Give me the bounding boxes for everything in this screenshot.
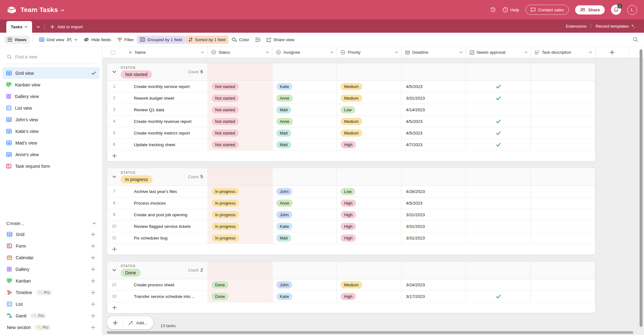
- column-header-needs-approval[interactable]: Needs approval: [466, 47, 531, 58]
- cell-needs-approval[interactable]: [466, 291, 531, 302]
- cell-needs-approval[interactable]: [466, 209, 531, 220]
- add-with-ai-button[interactable]: Add...: [123, 320, 153, 326]
- cell-task-description[interactable]: [531, 221, 595, 232]
- cell-task-description[interactable]: [531, 116, 595, 127]
- create-section-header[interactable]: Create...: [6, 221, 96, 226]
- cell-deadline[interactable]: 3/31/2023: [402, 209, 466, 220]
- plus-icon[interactable]: [91, 302, 95, 306]
- add-record-pill[interactable]: Add...: [107, 316, 153, 329]
- table-row[interactable]: 3Review Q1 dataNot startedMattLow4/14/20…: [107, 104, 595, 116]
- cell-needs-approval[interactable]: [466, 279, 531, 290]
- table-row[interactable]: 1Create monthly service reportNot starte…: [107, 81, 595, 92]
- add-record-button[interactable]: [107, 316, 123, 329]
- cell-task-description[interactable]: [531, 232, 595, 244]
- chevron-down-icon[interactable]: [330, 51, 333, 53]
- filter-button[interactable]: Filter: [114, 36, 137, 44]
- extensions-button[interactable]: Extensions: [566, 24, 586, 29]
- cell-priority[interactable]: Medium: [337, 81, 402, 92]
- horizontal-scrollbar[interactable]: [107, 331, 633, 334]
- color-button[interactable]: Color: [229, 36, 252, 44]
- cell-needs-approval[interactable]: [466, 232, 531, 244]
- cell-name[interactable]: 2Rework budget sheet: [107, 92, 208, 104]
- grid-view-switcher[interactable]: Grid view: [36, 36, 80, 44]
- airtable-logo-icon[interactable]: [8, 6, 16, 14]
- table-row[interactable]: 2Rework budget sheetNot startedAnneMediu…: [107, 92, 595, 104]
- cell-task-description[interactable]: [531, 139, 595, 150]
- cell-status[interactable]: Not started: [208, 104, 273, 115]
- plus-icon[interactable]: [91, 290, 95, 295]
- cell-name[interactable]: 5Create monthly metrics report: [107, 127, 208, 139]
- sidebar-view-task-request-form[interactable]: Task request form: [3, 160, 100, 172]
- cell-task-description[interactable]: [531, 92, 595, 104]
- sidebar-view-john-s-view[interactable]: John's view: [3, 114, 100, 125]
- cell-deadline[interactable]: 3/24/2023: [402, 279, 466, 290]
- cell-needs-approval[interactable]: [466, 127, 531, 139]
- add-or-import-button[interactable]: Add or import: [47, 21, 86, 33]
- history-icon[interactable]: [490, 7, 496, 13]
- column-header-task-description[interactable]: ATask description: [531, 47, 596, 58]
- cell-task-description[interactable]: [531, 104, 595, 115]
- cell-status[interactable]: Not started: [208, 116, 273, 127]
- cell-deadline[interactable]: 4/5/2023: [402, 197, 466, 209]
- sidebar-view-list-view[interactable]: List view: [3, 102, 100, 114]
- row-height-button[interactable]: [252, 36, 263, 44]
- cell-task-description[interactable]: [531, 291, 595, 302]
- create-gallery[interactable]: Gallery: [0, 263, 102, 275]
- cell-priority[interactable]: High: [337, 197, 402, 209]
- cell-status[interactable]: In progress: [208, 197, 273, 209]
- table-row[interactable]: 12Create process sheetDoneJohnMedium3/24…: [107, 279, 595, 291]
- table-row[interactable]: 7Archive last year's filesIn progressJoh…: [107, 186, 595, 197]
- cell-name[interactable]: 8Process invoices: [107, 197, 208, 209]
- cell-name[interactable]: 7Archive last year's files: [107, 186, 208, 197]
- collapse-group-icon[interactable]: [112, 70, 116, 73]
- add-row-button[interactable]: [107, 302, 595, 313]
- cell-assignee[interactable]: Anne: [273, 92, 337, 104]
- plus-icon[interactable]: [91, 279, 95, 283]
- cell-assignee[interactable]: Matt: [273, 139, 337, 150]
- cell-deadline[interactable]: 4/28/2023: [402, 186, 466, 197]
- cell-status[interactable]: Not started: [208, 81, 273, 92]
- cell-needs-approval[interactable]: [466, 116, 531, 127]
- cell-assignee[interactable]: Matt: [273, 232, 337, 244]
- cell-name[interactable]: 12Create process sheet: [107, 279, 208, 290]
- cell-priority[interactable]: High: [337, 291, 402, 302]
- cell-name[interactable]: 4Create monthly revenue report: [107, 116, 208, 127]
- share-view-button[interactable]: Share view: [263, 36, 297, 44]
- cell-task-description[interactable]: [531, 81, 595, 92]
- cell-assignee[interactable]: Katie: [273, 291, 337, 302]
- cell-priority[interactable]: High: [337, 139, 402, 150]
- cell-task-description[interactable]: [531, 209, 595, 220]
- cell-name[interactable]: 13Transfer service schedule into ...: [107, 291, 208, 302]
- table-row[interactable]: 4Create monthly revenue reportNot starte…: [107, 116, 595, 127]
- cell-task-description[interactable]: [531, 186, 595, 197]
- cell-priority[interactable]: Medium: [337, 127, 402, 139]
- plus-icon[interactable]: [91, 267, 95, 272]
- group-button[interactable]: Grouped by 1 field: [137, 36, 185, 44]
- cell-status[interactable]: Not started: [208, 92, 273, 104]
- table-row[interactable]: 11Fix scheduler bugIn progressMattHigh3/…: [107, 232, 595, 244]
- cell-deadline[interactable]: 3/31/2023: [402, 232, 466, 244]
- create-kanban[interactable]: Kanban: [0, 275, 102, 287]
- cell-deadline[interactable]: 4/5/2023: [402, 116, 466, 127]
- help-button[interactable]: ? Help: [502, 7, 519, 13]
- cell-status[interactable]: In progress: [208, 209, 273, 220]
- cell-name[interactable]: 10Review flagged service tickets: [107, 221, 208, 232]
- create-list[interactable]: List: [0, 298, 102, 310]
- column-header-deadline[interactable]: 31Deadline: [402, 47, 466, 58]
- cell-assignee[interactable]: Anne: [273, 197, 337, 209]
- cell-name[interactable]: 3Review Q1 data: [107, 104, 208, 115]
- sidebar-view-matt-s-view[interactable]: Matt's view: [3, 137, 100, 149]
- cell-name[interactable]: 9Create and post job opening: [107, 209, 208, 220]
- cell-assignee[interactable]: John: [273, 186, 337, 197]
- cell-assignee[interactable]: Katie: [273, 81, 337, 92]
- sort-button[interactable]: Sorted by 1 field: [185, 36, 229, 44]
- share-button[interactable]: Share: [575, 5, 605, 14]
- sidebar-view-kanban-view[interactable]: Kanban view: [3, 79, 100, 91]
- cell-status[interactable]: Done: [208, 279, 273, 290]
- add-row-button[interactable]: [107, 151, 595, 161]
- cell-assignee[interactable]: Matt: [273, 127, 337, 139]
- cell-status[interactable]: Not started: [208, 139, 273, 150]
- create-gantt[interactable]: GanttPro: [0, 310, 102, 321]
- sidebar-view-gallery-view[interactable]: Gallery view: [3, 91, 100, 102]
- chevron-down-icon[interactable]: [395, 51, 398, 53]
